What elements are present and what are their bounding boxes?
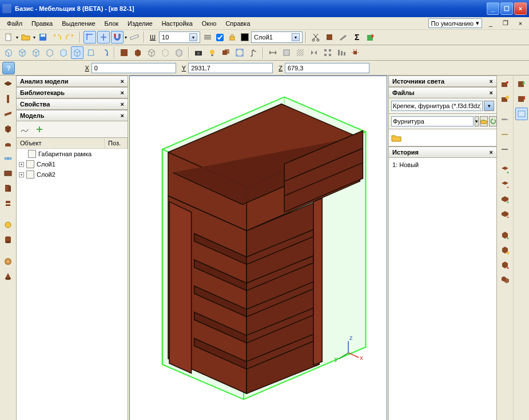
dropdown-icon[interactable]: ▾ — [33, 35, 35, 40]
scheme-combo[interactable]: По умолчанию▾ — [428, 18, 482, 28]
redo-button[interactable] — [64, 31, 77, 43]
layer-visible-checkbox[interactable] — [216, 34, 224, 41]
close-icon[interactable]: × — [121, 78, 124, 85]
cylinder-button[interactable] — [2, 233, 14, 246]
menu-edit[interactable]: Правка — [27, 19, 57, 28]
menu-selection[interactable]: Выделение — [57, 19, 100, 28]
explode-button[interactable] — [349, 46, 361, 59]
expand-icon[interactable]: + — [19, 162, 24, 167]
new-button[interactable] — [2, 31, 15, 43]
file-filter-input[interactable] — [391, 101, 483, 111]
add-icon[interactable] — [33, 123, 46, 136]
panel-button[interactable] — [2, 78, 14, 90]
panel-remove2-button[interactable] — [499, 208, 511, 221]
view-rotate-button[interactable] — [98, 46, 111, 59]
shade-solid-button[interactable] — [132, 46, 144, 59]
ext-open-button[interactable] — [515, 78, 528, 90]
layer-color-swatch[interactable] — [241, 33, 249, 41]
edge-button[interactable] — [2, 108, 14, 120]
view-persp-button[interactable] — [85, 46, 97, 59]
construct-button[interactable] — [323, 31, 336, 43]
box-copy-button[interactable] — [499, 259, 511, 271]
panel-history-header[interactable]: История× — [388, 146, 497, 158]
menu-window[interactable]: Окно — [197, 19, 221, 28]
menu-help[interactable]: Справка — [221, 19, 254, 28]
tree-row-layer2[interactable]: + Слой2 — [17, 169, 128, 180]
undo-button[interactable] — [50, 31, 63, 43]
mdi-restore-button[interactable]: ❐ — [499, 17, 512, 30]
panel-files-header[interactable]: Файлы× — [388, 87, 497, 98]
box-add-button[interactable] — [499, 229, 511, 241]
filter-dropdown-button[interactable]: ▾ — [484, 101, 494, 111]
file-list[interactable] — [388, 129, 497, 146]
shade-hidden-button[interactable] — [159, 46, 172, 59]
camera-button[interactable] — [192, 46, 205, 59]
open-button[interactable] — [19, 31, 32, 43]
mat-add-button[interactable] — [499, 78, 511, 90]
profile-button[interactable] — [2, 137, 14, 150]
y-input[interactable] — [188, 63, 273, 73]
light-button[interactable] — [206, 46, 218, 59]
close-icon[interactable]: × — [121, 112, 124, 119]
view-right-button[interactable] — [43, 46, 56, 59]
category-dropdown-button[interactable]: ▾ — [475, 116, 479, 126]
align-button[interactable] — [335, 46, 348, 59]
close-icon[interactable]: × — [490, 149, 493, 156]
folder-up-button[interactable] — [480, 116, 488, 126]
col-pos[interactable]: Поз. — [105, 138, 128, 148]
box-mat-button[interactable] — [499, 244, 511, 256]
save-button[interactable] — [37, 31, 49, 43]
linestyle-button[interactable] — [201, 31, 214, 43]
shade-trans-button[interactable] — [173, 46, 185, 59]
view-iso-button[interactable] — [71, 46, 83, 59]
view-left-button[interactable] — [30, 46, 42, 59]
shade-wire-button[interactable] — [145, 46, 158, 59]
panel-remove-button[interactable] — [499, 179, 511, 191]
ext-save-button[interactable] — [515, 93, 528, 105]
ext-active-button[interactable] — [515, 108, 528, 120]
mirror-button[interactable] — [308, 46, 320, 59]
measure-button[interactable] — [337, 31, 349, 43]
panel-lights-header[interactable]: Источники света× — [388, 76, 497, 87]
x-input[interactable] — [92, 63, 176, 73]
door-button[interactable] — [2, 182, 14, 195]
dropdown-icon[interactable]: ▾ — [125, 35, 127, 40]
ruler-button[interactable] — [128, 31, 141, 43]
layer-combo[interactable]: Слой1▾ — [251, 31, 303, 43]
drawer-button[interactable] — [2, 167, 14, 180]
menu-settings[interactable]: Настройка — [157, 19, 197, 28]
panel-add-button[interactable] — [499, 164, 511, 176]
tree-row-layer1[interactable]: + Слой1 — [17, 159, 128, 169]
screw2-button[interactable] — [499, 128, 511, 141]
close-button[interactable]: × — [514, 2, 527, 15]
minimize-button[interactable]: _ — [487, 2, 499, 15]
maximize-button[interactable]: ☐ — [500, 2, 513, 15]
box-group-button[interactable] — [499, 274, 511, 286]
mat-edit-button[interactable] — [499, 93, 511, 105]
crane-button[interactable] — [247, 46, 260, 59]
dropdown-icon[interactable]: ▾ — [16, 35, 18, 40]
sphere-button[interactable] — [2, 255, 14, 268]
hardware-button[interactable] — [2, 152, 14, 165]
sum-button[interactable]: Σ — [351, 31, 363, 43]
board-button[interactable] — [2, 93, 14, 105]
menu-product[interactable]: Изделие — [123, 19, 157, 28]
history-row[interactable]: 1: Новый — [391, 160, 494, 169]
panel-librarian-header[interactable]: Библиотекарь× — [16, 87, 128, 98]
col-object[interactable]: Объект — [17, 138, 105, 148]
box-button[interactable] — [2, 122, 14, 135]
help-button[interactable]: ? — [2, 62, 15, 74]
close-icon[interactable]: × — [121, 89, 124, 96]
panel-model-header[interactable]: Модель× — [16, 110, 128, 121]
screw1-button[interactable] — [499, 113, 511, 126]
refresh-button[interactable] — [489, 116, 497, 126]
mdi-minimize-button[interactable]: _ — [484, 17, 497, 30]
dimension-button[interactable] — [267, 46, 279, 59]
expand-icon[interactable]: + — [19, 172, 24, 177]
category-input[interactable] — [391, 116, 474, 126]
snap-xy-button[interactable] — [83, 31, 96, 43]
panel-add2-button[interactable] — [499, 193, 511, 206]
cone-button[interactable] — [2, 270, 14, 283]
array-button[interactable] — [321, 46, 334, 59]
snap-magnet-button[interactable] — [111, 31, 124, 43]
